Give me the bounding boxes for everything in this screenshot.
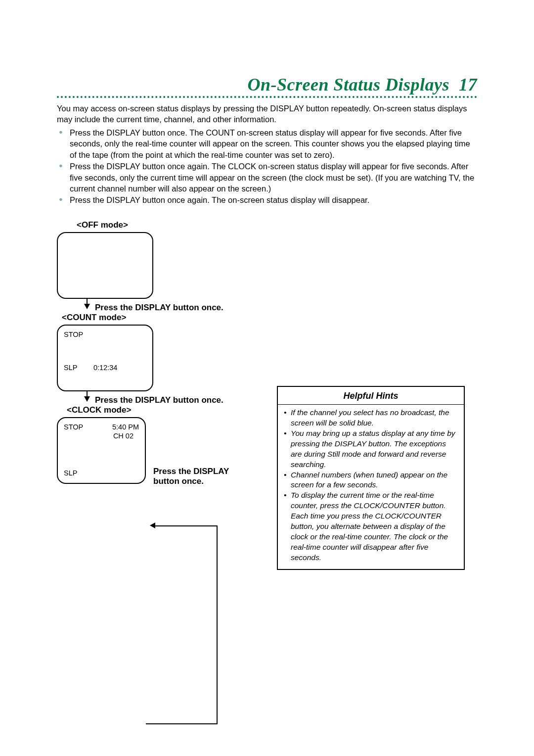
page: On-Screen Status Displays 17 You may acc…: [0, 0, 534, 756]
mode-diagram: <OFF mode> Press the DISPLAY button once…: [57, 220, 265, 484]
page-number: 17: [459, 75, 477, 94]
clock-mode-screen: STOP 5:40 PM CH 02 SLP: [57, 417, 146, 484]
arrow-stem: [87, 391, 88, 396]
list-item: Channel numbers (when tuned) appear on t…: [284, 470, 457, 491]
clock-mode-label: <CLOCK mode>: [67, 405, 265, 415]
intro-paragraph: You may access on-screen status displays…: [57, 103, 477, 125]
clock-bottom-left: SLP: [64, 469, 77, 477]
clock-channel: CH 02: [113, 432, 134, 440]
hints-list: If the channel you select has no broadca…: [281, 408, 461, 563]
count-bottom-center: 0:12:34: [93, 364, 117, 372]
list-item: Press the DISPLAY button once. The COUNT…: [66, 127, 477, 161]
clock-time: 5:40 PM: [112, 423, 139, 431]
press-label-1: Press the DISPLAY button once.: [95, 303, 223, 313]
arrow-stem: [87, 299, 88, 304]
list-item: Press the DISPLAY button once again. The…: [66, 161, 477, 194]
title-divider: [57, 96, 477, 98]
count-mode-label: <COUNT mode>: [62, 313, 265, 323]
clock-top-left: STOP: [64, 423, 83, 431]
page-title: On-Screen Status Displays: [247, 75, 449, 94]
press-label-3: Press the DISPLAY button once.: [153, 467, 237, 486]
page-title-row: On-Screen Status Displays 17: [57, 74, 477, 95]
count-bottom-left: SLP: [64, 364, 77, 372]
off-mode-screen: [57, 232, 153, 299]
list-item: Press the DISPLAY button once again. The…: [66, 194, 477, 206]
off-mode-label: <OFF mode>: [77, 220, 265, 230]
list-item: To display the current time or the real-…: [284, 490, 457, 563]
helpful-hints-box: Helpful Hints If the channel you select …: [277, 386, 465, 570]
count-top-left: STOP: [64, 331, 83, 338]
list-item: If the channel you select has no broadca…: [284, 408, 457, 428]
press-label-2: Press the DISPLAY button once.: [95, 395, 223, 405]
arrow-down-icon: [84, 304, 90, 309]
hints-title: Helpful Hints: [278, 391, 464, 405]
count-mode-screen: STOP SLP 0:12:34: [57, 325, 153, 391]
list-item: You may bring up a status display at any…: [284, 428, 457, 470]
arrow-down-icon: [84, 396, 90, 402]
instructions-list: Press the DISPLAY button once. The COUNT…: [57, 127, 477, 206]
